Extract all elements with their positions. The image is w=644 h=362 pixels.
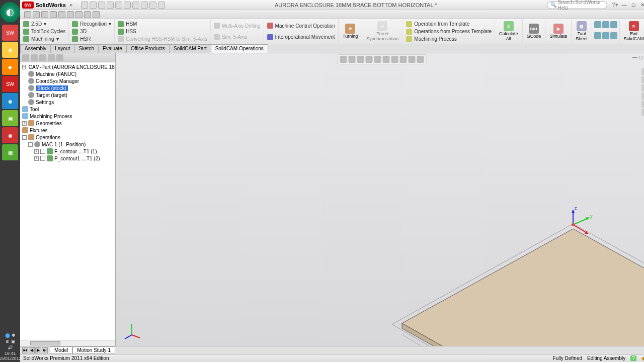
ribbon-25d-button[interactable]: 2.5D▾ bbox=[23, 21, 65, 27]
tree-coordsys[interactable]: CoordSys Manager bbox=[28, 77, 114, 84]
ribbon-interop-button[interactable]: Interoperational Movement bbox=[267, 34, 336, 40]
viewport[interactable]: — ◻ ✕ bbox=[116, 53, 644, 346]
right-icon[interactable] bbox=[641, 84, 644, 92]
help-search-input[interactable]: 🔍 Search SolidWorks Help bbox=[547, 1, 607, 9]
tb2-icon[interactable] bbox=[24, 11, 31, 18]
tab-assembly[interactable]: Assembly bbox=[20, 44, 51, 53]
ribbon-turning-button[interactable]: ⟳Turning bbox=[339, 19, 362, 44]
view-zoom-icon[interactable] bbox=[340, 56, 347, 63]
taskbar-icon-app6[interactable]: ▦ bbox=[2, 144, 18, 160]
qat-rebuild-icon[interactable] bbox=[141, 2, 148, 9]
ribbon-hss-button[interactable]: HSS bbox=[118, 29, 207, 35]
ribbon-exit-button[interactable]: ✕Exit SolidCAM bbox=[620, 19, 644, 44]
qat-open-icon[interactable] bbox=[90, 2, 97, 9]
grid-icon[interactable] bbox=[610, 32, 617, 39]
ribbon-3d-button[interactable]: 3D bbox=[72, 29, 111, 35]
taskbar-icon-chrome[interactable]: ◉ bbox=[2, 42, 18, 58]
tb2-icon[interactable] bbox=[33, 11, 40, 18]
tree-tab-icon[interactable] bbox=[31, 54, 38, 61]
view-fit-icon[interactable] bbox=[349, 56, 356, 63]
view-rotate-icon[interactable] bbox=[366, 56, 373, 63]
bottom-tab-model[interactable]: Model bbox=[50, 346, 72, 354]
nav-last-icon[interactable]: ⏭ bbox=[42, 347, 48, 353]
view-section-icon[interactable] bbox=[374, 56, 381, 63]
tree-stock[interactable]: Stock (stock) bbox=[28, 84, 114, 92]
ribbon-machining-button[interactable]: Machining▾ bbox=[23, 36, 65, 42]
nav-prev-icon[interactable]: ◀ bbox=[29, 347, 35, 353]
tree-geom[interactable]: +Geometries bbox=[22, 120, 114, 127]
view-render-icon[interactable] bbox=[409, 56, 416, 63]
tree-ops[interactable]: −Operations bbox=[22, 134, 114, 141]
tree-op2[interactable]: +P_contour1 …T1 (2) bbox=[34, 155, 114, 162]
ribbon-optemplate-button[interactable]: Operation from Template bbox=[406, 21, 492, 27]
view-more-icon[interactable] bbox=[417, 56, 424, 63]
minimize-button[interactable]: — bbox=[620, 2, 628, 9]
view-hide-icon[interactable] bbox=[391, 56, 398, 63]
tab-solidcam-ops[interactable]: SolidCAM Operations bbox=[211, 44, 268, 53]
clock-date[interactable]: 15/01/2012 bbox=[0, 356, 22, 361]
tb2-icon[interactable] bbox=[67, 11, 74, 18]
grid-icon[interactable] bbox=[594, 32, 601, 39]
maximize-button[interactable]: ◻ bbox=[629, 2, 637, 9]
qat-new-icon[interactable] bbox=[81, 2, 88, 9]
taskbar-icon-app4[interactable]: ▣ bbox=[2, 110, 18, 126]
feature-tree[interactable]: −CAM-Part (AURORA ENCLOSURE 18MM BRACE B… bbox=[20, 62, 115, 340]
qat-print-icon[interactable] bbox=[107, 2, 114, 9]
tab-evaluate[interactable]: Evaluate bbox=[98, 44, 127, 53]
tree-op1[interactable]: +F_contour …T1 (1) bbox=[34, 148, 114, 155]
right-icon[interactable] bbox=[641, 101, 644, 108]
tree-root[interactable]: −CAM-Part (AURORA ENCLOSURE 18MM BRACE B… bbox=[22, 63, 114, 70]
qat-redo-icon[interactable] bbox=[124, 2, 131, 9]
grid-icon[interactable] bbox=[602, 32, 609, 39]
orientation-triad[interactable] bbox=[122, 320, 142, 340]
tab-sketch[interactable]: Sketch bbox=[74, 44, 99, 53]
status-help-icon[interactable]: ? bbox=[630, 355, 636, 361]
ribbon-machproc-button[interactable]: Machining Process bbox=[406, 36, 492, 42]
ribbon-hsm-button[interactable]: HSM bbox=[118, 21, 207, 27]
tree-mproc[interactable]: Machining Process bbox=[22, 113, 114, 120]
taskbar-icon-solidworks[interactable]: SW bbox=[2, 25, 18, 41]
ribbon-machinecontrol-button[interactable]: Machine Control Operation bbox=[267, 23, 336, 29]
clock-time[interactable]: 16:41 bbox=[0, 351, 22, 356]
ribbon-gcode-button[interactable]: G01GCode bbox=[523, 19, 546, 44]
right-icon[interactable] bbox=[641, 68, 644, 75]
tree-tab-icon[interactable] bbox=[48, 54, 55, 61]
bottom-tab-motion[interactable]: Motion Study 1 bbox=[72, 346, 115, 354]
tb2-icon[interactable] bbox=[50, 11, 57, 18]
qat-select-icon[interactable] bbox=[132, 2, 139, 9]
tree-settings[interactable]: Settings bbox=[28, 99, 114, 106]
nav-next-icon[interactable]: ▶ bbox=[35, 347, 41, 353]
right-icon[interactable] bbox=[641, 76, 644, 83]
tree-machine[interactable]: Machine (FANUC) bbox=[28, 70, 114, 77]
tb2-icon[interactable] bbox=[93, 11, 100, 18]
taskbar-icon-app[interactable]: ◆ bbox=[2, 59, 18, 75]
tree-tool[interactable]: Tool bbox=[22, 106, 114, 113]
close-button[interactable]: ✕ bbox=[638, 2, 644, 9]
grid-icon[interactable] bbox=[594, 21, 601, 28]
tab-layout[interactable]: Layout bbox=[50, 44, 74, 53]
view-display-icon[interactable] bbox=[383, 56, 390, 63]
tb2-icon[interactable] bbox=[58, 11, 65, 18]
qat-undo-icon[interactable] bbox=[115, 2, 122, 9]
ribbon-simulate-button[interactable]: ▶Simulate bbox=[545, 19, 572, 44]
taskbar-icon-app5[interactable]: ◉ bbox=[2, 127, 18, 143]
tb2-icon[interactable] bbox=[75, 11, 83, 18]
view-scene-icon[interactable] bbox=[400, 56, 407, 63]
tree-tab-icon[interactable] bbox=[56, 54, 63, 61]
tree-fixt[interactable]: Fixtures bbox=[22, 127, 114, 134]
grid-icon[interactable] bbox=[610, 21, 617, 28]
tb2-icon[interactable] bbox=[41, 11, 48, 18]
tab-solidcam-part[interactable]: SolidCAM Part bbox=[169, 44, 211, 53]
ribbon-toolbox-button[interactable]: ToolBox Cycles bbox=[23, 29, 65, 35]
right-icon[interactable] bbox=[641, 93, 644, 100]
view-pan-icon[interactable] bbox=[357, 56, 364, 63]
ribbon-opsprocess-button[interactable]: Operations from Process Template bbox=[406, 29, 492, 35]
qat-more-icon[interactable] bbox=[158, 2, 165, 9]
ribbon-toolsheet-button[interactable]: ▤Tool Sheet bbox=[572, 19, 592, 44]
qat-options-icon[interactable] bbox=[149, 2, 156, 9]
help-icon[interactable]: ?▾ bbox=[612, 2, 618, 8]
tree-target[interactable]: Target (target) bbox=[28, 92, 114, 99]
tree-scrollbar[interactable] bbox=[20, 340, 115, 346]
tab-office[interactable]: Office Products bbox=[126, 44, 170, 53]
taskbar-icon-app2[interactable]: SW bbox=[2, 76, 18, 92]
